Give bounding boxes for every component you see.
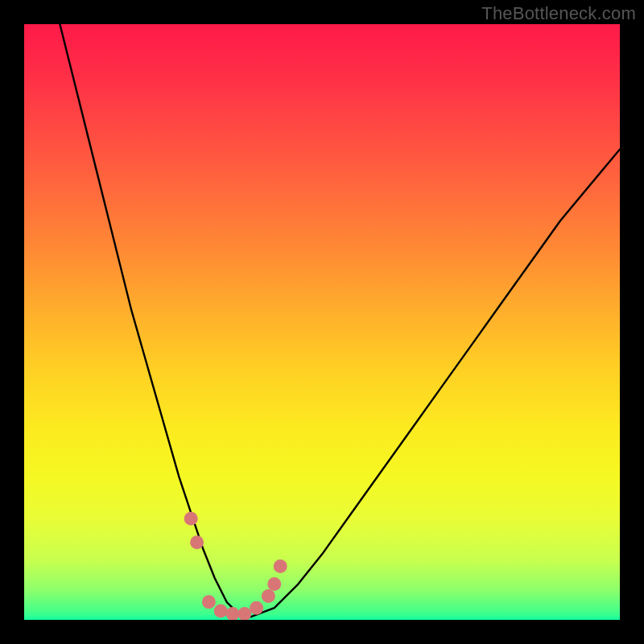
highlight-dots bbox=[184, 512, 287, 620]
curve-layer bbox=[24, 24, 620, 620]
highlight-dot bbox=[184, 512, 198, 526]
highlight-dot bbox=[237, 607, 251, 620]
plot-area bbox=[24, 24, 620, 620]
highlight-dot bbox=[274, 559, 287, 573]
highlight-dot bbox=[214, 604, 228, 617]
highlight-dot bbox=[202, 595, 216, 609]
highlight-dot bbox=[262, 589, 275, 603]
highlight-dot bbox=[267, 577, 281, 591]
chart-frame: TheBottleneck.com bbox=[0, 0, 644, 644]
highlight-dot bbox=[190, 535, 204, 549]
highlight-dot bbox=[226, 607, 240, 620]
highlight-dot bbox=[250, 601, 263, 615]
bottleneck-curve bbox=[60, 24, 620, 617]
watermark-text: TheBottleneck.com bbox=[481, 3, 636, 24]
